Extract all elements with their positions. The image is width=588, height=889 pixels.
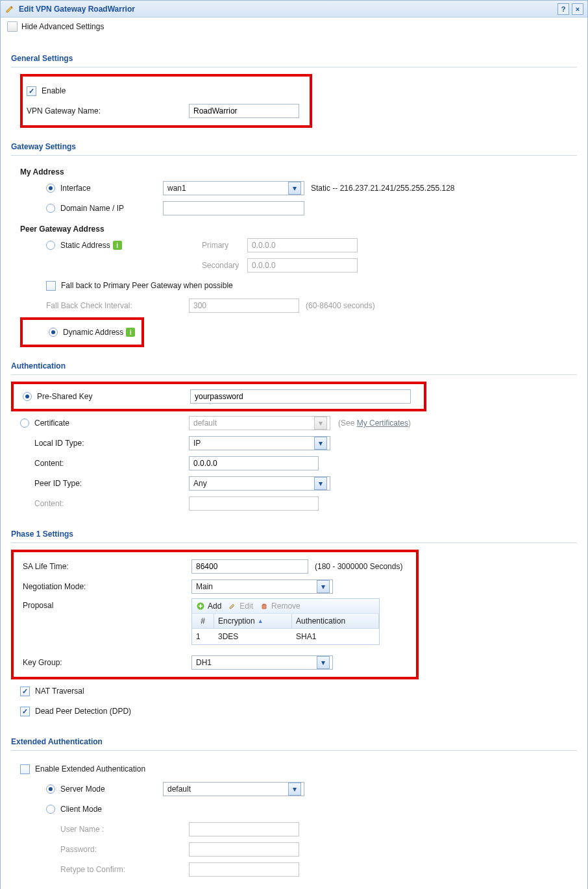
static-address-radio[interactable] bbox=[46, 241, 55, 250]
vpn-name-input[interactable] bbox=[189, 104, 299, 118]
add-button[interactable]: Add bbox=[196, 602, 221, 611]
section-auth-header: Authentication bbox=[11, 358, 577, 375]
dynamic-address-radio[interactable] bbox=[49, 328, 58, 337]
interface-value: wan1 bbox=[167, 184, 286, 193]
cert-hint: (See My Certificates) bbox=[338, 419, 411, 428]
peer-gateway-heading: Peer Gateway Address bbox=[20, 225, 577, 234]
psk-input[interactable] bbox=[190, 389, 411, 404]
content: General Settings Enable VPN Gateway Name… bbox=[1, 36, 587, 889]
domain-radio[interactable] bbox=[46, 204, 55, 213]
dialog-window: Edit VPN Gateway RoadWarrior ? × Hide Ad… bbox=[0, 0, 588, 889]
local-id-type-label: Local ID Type: bbox=[20, 439, 189, 448]
certificate-radio[interactable] bbox=[20, 419, 29, 428]
local-content-input[interactable] bbox=[189, 456, 319, 470]
col-authentication[interactable]: Authentication bbox=[292, 614, 379, 628]
section-gateway-header: Gateway Settings bbox=[11, 138, 577, 156]
peer-id-type-value: Any bbox=[193, 479, 312, 488]
secondary-input bbox=[247, 258, 358, 273]
proposal-grid: Add Edit Remove bbox=[191, 598, 380, 645]
local-id-type-value: IP bbox=[193, 439, 312, 448]
table-row[interactable]: 1 3DES SHA1 bbox=[192, 629, 379, 644]
password-input bbox=[189, 842, 299, 857]
negmode-label: Negotiation Mode: bbox=[23, 582, 191, 591]
fallback-checkbox[interactable] bbox=[46, 281, 56, 291]
domain-input[interactable] bbox=[163, 201, 304, 215]
edit-button[interactable]: Edit bbox=[228, 602, 253, 611]
proposal-toolbar: Add Edit Remove bbox=[192, 599, 379, 614]
psk-radio[interactable] bbox=[23, 392, 32, 401]
domain-label: Domain Name / IP bbox=[60, 204, 124, 213]
col-encryption[interactable]: Encryption ▲ bbox=[214, 614, 292, 628]
enable-label: Enable bbox=[42, 86, 66, 95]
retype-label: Retype to Confirm: bbox=[20, 865, 189, 874]
enable-checkbox[interactable] bbox=[27, 86, 36, 96]
username-label: User Name : bbox=[20, 825, 189, 834]
interface-label: Interface bbox=[60, 184, 91, 193]
negmode-dropdown[interactable]: Main ▾ bbox=[191, 579, 333, 594]
server-mode-radio[interactable] bbox=[46, 785, 55, 794]
fallback-interval-input bbox=[189, 298, 299, 313]
interface-radio[interactable] bbox=[46, 184, 55, 193]
chevron-down-icon: ▾ bbox=[314, 477, 327, 490]
trash-icon bbox=[260, 602, 269, 611]
edit-icon bbox=[228, 602, 237, 611]
highlight-psk: Pre-Shared Key bbox=[11, 382, 426, 411]
help-button[interactable]: ? bbox=[557, 3, 569, 15]
chevron-down-icon: ▾ bbox=[317, 580, 330, 593]
sa-life-input[interactable] bbox=[191, 559, 308, 574]
peer-id-type-dropdown[interactable]: Any ▾ bbox=[189, 476, 330, 491]
keygroup-label: Key Group: bbox=[23, 658, 191, 667]
cell-encryption: 3DES bbox=[218, 632, 296, 641]
negmode-value: Main bbox=[196, 582, 314, 591]
extauth-enable-checkbox[interactable] bbox=[20, 764, 30, 774]
cell-authentication: SHA1 bbox=[296, 632, 375, 641]
proposal-label: Proposal bbox=[23, 598, 191, 610]
close-button[interactable]: × bbox=[572, 3, 583, 15]
certificate-label: Certificate bbox=[34, 419, 69, 428]
password-label: Password: bbox=[20, 845, 189, 854]
chevron-down-icon: ▾ bbox=[314, 437, 327, 450]
server-mode-label: Server Mode bbox=[60, 785, 105, 794]
server-mode-dropdown[interactable]: default ▾ bbox=[163, 782, 304, 796]
client-mode-radio[interactable] bbox=[46, 805, 55, 814]
window-title: Edit VPN Gateway RoadWarrior bbox=[19, 5, 555, 14]
peer-id-type-label: Peer ID Type: bbox=[20, 479, 189, 488]
add-label: Add bbox=[208, 602, 221, 611]
titlebar: Edit VPN Gateway RoadWarrior ? × bbox=[1, 1, 587, 18]
section-phase1-header: Phase 1 Settings bbox=[11, 526, 577, 543]
fallback-label: Fall back to Primary Peer Gateway when p… bbox=[61, 281, 233, 290]
nat-traversal-checkbox[interactable] bbox=[20, 687, 30, 696]
remove-button[interactable]: Remove bbox=[260, 602, 300, 611]
chevron-down-icon: ▾ bbox=[288, 783, 301, 796]
edit-icon bbox=[5, 4, 15, 14]
toggle-advanced-link[interactable]: Hide Advanced Settings bbox=[21, 22, 104, 31]
fallback-interval-label: Fall Back Check Interval: bbox=[46, 301, 189, 310]
my-certificates-link[interactable]: My Certificates bbox=[357, 419, 408, 428]
retype-input bbox=[189, 862, 299, 877]
fallback-interval-hint: (60-86400 seconds) bbox=[306, 301, 375, 310]
col-num[interactable]: # bbox=[192, 614, 214, 628]
primary-label: Primary bbox=[202, 241, 228, 250]
section-general-header: General Settings bbox=[11, 50, 577, 67]
local-id-type-dropdown[interactable]: IP ▾ bbox=[189, 436, 330, 450]
client-mode-label: Client Mode bbox=[60, 805, 102, 814]
server-mode-value: default bbox=[167, 785, 286, 794]
static-address-label: Static Address bbox=[60, 241, 110, 250]
extauth-enable-label: Enable Extended Authentication bbox=[35, 764, 145, 773]
settings-toggle-icon bbox=[7, 21, 18, 32]
toolbar: Hide Advanced Settings bbox=[1, 18, 587, 36]
chevron-down-icon: ▾ bbox=[288, 182, 301, 195]
cert-hint-suffix: ) bbox=[408, 419, 411, 428]
section-extauth-header: Extended Authentication bbox=[11, 733, 577, 751]
edit-label: Edit bbox=[239, 602, 253, 611]
interface-dropdown[interactable]: wan1 ▾ bbox=[163, 181, 304, 195]
sa-life-label: SA Life Time: bbox=[23, 562, 191, 571]
dynamic-address-label: Dynamic Address bbox=[63, 328, 123, 337]
chevron-down-icon: ▾ bbox=[317, 656, 330, 669]
info-icon[interactable]: i bbox=[126, 328, 135, 337]
dpd-checkbox[interactable] bbox=[20, 707, 30, 716]
info-icon[interactable]: i bbox=[113, 241, 122, 250]
my-address-heading: My Address bbox=[20, 167, 577, 177]
chevron-down-icon: ▾ bbox=[314, 417, 327, 430]
keygroup-dropdown[interactable]: DH1 ▾ bbox=[191, 655, 333, 670]
